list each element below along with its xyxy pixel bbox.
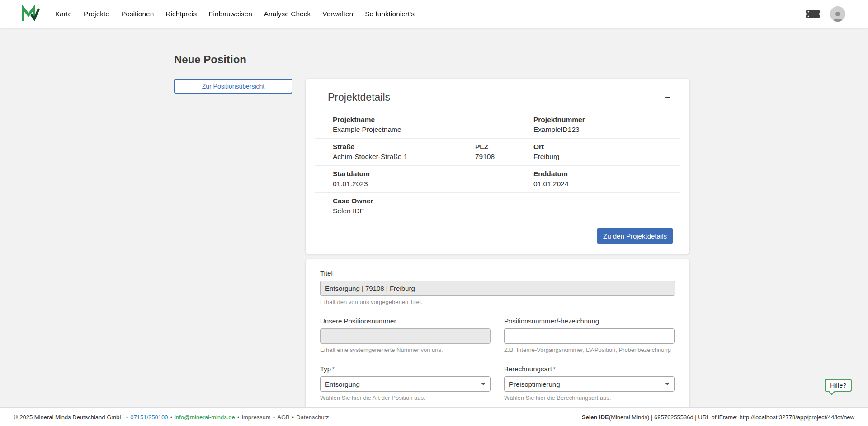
- person-icon: [832, 10, 844, 22]
- required-asterisk: *: [332, 365, 335, 373]
- unsere-positionsnummer-field-group: Unsere Positionsnummer Erhält eine syste…: [320, 317, 491, 353]
- nav-item-einbauweisen[interactable]: Einbauweisen: [208, 10, 252, 18]
- field-value: Example Projectname: [333, 126, 533, 134]
- field-value: Selen IDE: [333, 207, 680, 215]
- berechnungsart-field-group: Berechnungsart* Preisoptimierung Wählen …: [504, 365, 675, 401]
- field-label: Projektnummer: [533, 116, 680, 124]
- titel-field-group: Titel Erhält den von uns vorgegebenen Ti…: [320, 269, 675, 305]
- required-asterisk: *: [553, 365, 556, 373]
- titel-input: [320, 281, 675, 296]
- table-row: Case Owner Selen IDE: [315, 193, 680, 220]
- field-value: Achim-Stocker-Straße 1: [333, 153, 475, 161]
- datenschutz-link[interactable]: Datenschutz: [296, 414, 329, 421]
- nav-item-projekte[interactable]: Projekte: [84, 10, 109, 18]
- session-info: (Mineral Minds) | 69576255536d | URL of …: [609, 414, 854, 421]
- chevron-down-icon: [665, 383, 670, 385]
- collapse-button[interactable]: −: [662, 92, 673, 103]
- typ-label-text: Typ: [320, 365, 331, 373]
- unsere-positionsnummer-label: Unsere Positionsnummer: [320, 317, 491, 325]
- footer-right: Selen IDE (Mineral Minds) | 69576255536d…: [582, 414, 854, 421]
- typ-select-value: Entsorgung: [325, 380, 360, 388]
- nav-item-richtpreis[interactable]: Richtpreis: [165, 10, 197, 18]
- berechnungsart-select-value: Preisoptimierung: [509, 380, 560, 388]
- field-value: 01.01.2024: [533, 180, 680, 188]
- field-label: Projektname: [333, 116, 533, 124]
- footer-left: © 2025 Mineral Minds Deutschland GmbH • …: [14, 414, 329, 421]
- main-area: Neue Position Zur Positionsübersicht Pro…: [0, 28, 868, 426]
- table-row: Startdatum 01.01.2023 Enddatum 01.01.202…: [315, 166, 680, 193]
- nav-item-karte[interactable]: Karte: [55, 10, 72, 18]
- footer: © 2025 Mineral Minds Deutschland GmbH • …: [0, 407, 868, 426]
- titel-label: Titel: [320, 269, 675, 277]
- field-label: Ort: [533, 143, 680, 151]
- nav-item-positionen[interactable]: Positionen: [121, 10, 154, 18]
- mineral-minds-logo-icon: [20, 4, 40, 24]
- field-label: PLZ: [475, 143, 533, 151]
- new-position-form-card: Titel Erhält den von uns vorgegebenen Ti…: [306, 259, 689, 426]
- unsere-positionsnummer-input: [320, 328, 491, 344]
- main-menu: Karte Projekte Positionen Richtpreis Ein…: [55, 10, 415, 18]
- separator: •: [170, 414, 172, 421]
- header-divider: [258, 60, 689, 60]
- field-label: Startdatum: [333, 170, 533, 178]
- berechnungsart-helper-text: Wählen Sie hier die Berechnungsart aus.: [504, 394, 675, 401]
- nav-item-analyse-check[interactable]: Analyse Check: [264, 10, 311, 18]
- unsere-positionsnummer-helper-text: Erhält eine systemgenerierte Nummer von …: [320, 346, 491, 353]
- project-details-title: Projektdetails: [328, 91, 390, 103]
- titel-helper-text: Erhält den von uns vorgegebenen Titel.: [320, 299, 675, 305]
- field-value: ExampleID123: [533, 126, 680, 134]
- copyright-text: © 2025 Mineral Minds Deutschland GmbH: [14, 414, 124, 421]
- back-to-positions-button[interactable]: Zur Positionsübersicht: [174, 79, 292, 94]
- berechnungsart-label: Berechnungsart*: [504, 365, 675, 373]
- nav-item-verwalten[interactable]: Verwalten: [322, 10, 353, 18]
- typ-helper-text: Wählen Sie hier die Art der Position aus…: [320, 394, 491, 401]
- server-icon[interactable]: [806, 9, 820, 19]
- berechnungsart-label-text: Berechnungsart: [504, 365, 552, 373]
- user-avatar[interactable]: [830, 6, 845, 22]
- go-to-project-details-button[interactable]: Zu den Projektdetails: [597, 228, 673, 244]
- session-user: Selen IDE: [582, 414, 609, 421]
- separator: •: [237, 414, 240, 421]
- field-label: Enddatum: [533, 170, 680, 178]
- impressum-link[interactable]: Impressum: [241, 414, 270, 421]
- table-row: Projektname Example Projectname Projektn…: [315, 112, 680, 139]
- field-value: Freiburg: [533, 153, 680, 161]
- table-row: Straße Achim-Stocker-Straße 1 PLZ 79108 …: [315, 139, 680, 166]
- phone-link[interactable]: 07151/250100: [130, 414, 168, 421]
- chevron-down-icon: [481, 383, 486, 385]
- help-button[interactable]: Hilfe?: [825, 379, 852, 392]
- field-value: 79108: [475, 153, 533, 161]
- nav-right-actions: [806, 6, 868, 22]
- separator: •: [292, 414, 294, 421]
- project-details-table: Projektname Example Projectname Projektn…: [315, 112, 680, 220]
- berechnungsart-select[interactable]: Preisoptimierung: [504, 376, 675, 392]
- typ-field-group: Typ* Entsorgung Wählen Sie hier die Art …: [320, 365, 491, 401]
- positionsnummer-label: Positionsnummer/-bezeichnung: [504, 317, 675, 325]
- nav-item-so-funktionierts[interactable]: So funktioniert's: [365, 10, 415, 18]
- typ-select[interactable]: Entsorgung: [320, 376, 491, 392]
- positionsnummer-field-group: Positionsnummer/-bezeichnung Z.B. Intern…: [504, 317, 675, 353]
- separator: •: [126, 414, 128, 421]
- field-label: Straße: [333, 143, 475, 151]
- page-header: Neue Position: [174, 53, 689, 66]
- field-label: Case Owner: [333, 197, 680, 205]
- separator: •: [273, 414, 275, 421]
- project-details-card: Projektdetails − Projektname Example Pro…: [306, 79, 689, 254]
- page-title: Neue Position: [174, 53, 246, 66]
- top-navigation: Karte Projekte Positionen Richtpreis Ein…: [0, 0, 868, 28]
- app-logo[interactable]: [20, 4, 40, 24]
- field-value: 01.01.2023: [333, 180, 533, 188]
- positionsnummer-input[interactable]: [504, 328, 675, 344]
- agb-link[interactable]: AGB: [277, 414, 289, 421]
- email-link[interactable]: info@mineral-minds.de: [175, 414, 235, 421]
- positionsnummer-helper-text: Z.B. Interne-Vorgangsnummer, LV-Position…: [504, 346, 675, 353]
- typ-label: Typ*: [320, 365, 491, 373]
